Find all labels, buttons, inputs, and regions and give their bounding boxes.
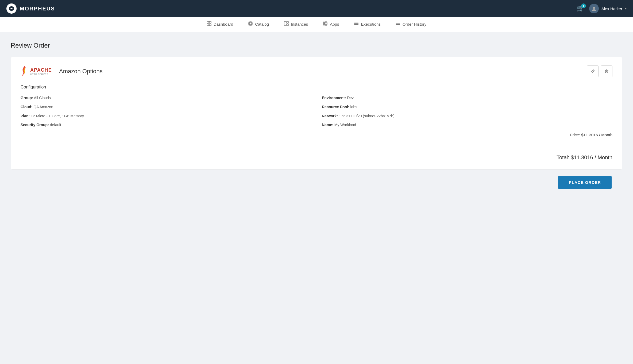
dashboard-icon [207, 21, 211, 27]
item-actions [587, 65, 612, 77]
svg-point-23 [323, 24, 325, 25]
cloud-value: QA Amazon [33, 105, 53, 109]
svg-point-5 [249, 22, 250, 23]
svg-rect-3 [207, 24, 209, 26]
svg-point-25 [326, 24, 327, 25]
group-value: All Clouds [34, 96, 51, 100]
item-header: APACHE HTTP SERVER Amazon Options [21, 65, 612, 77]
svg-point-17 [323, 22, 325, 23]
item-header-left: APACHE HTTP SERVER Amazon Options [21, 65, 103, 77]
apache-subtitle-label: HTTP SERVER [30, 73, 52, 76]
subnav: Dashboard Catalog Instan [0, 17, 633, 32]
nav-dashboard[interactable]: Dashboard [199, 17, 241, 32]
svg-point-22 [326, 23, 327, 24]
svg-rect-2 [209, 21, 211, 23]
svg-point-7 [251, 22, 252, 23]
environment-value: Dev [347, 96, 354, 100]
svg-rect-29 [396, 22, 400, 22]
config-section-title: Configuration [21, 85, 612, 90]
page-title: Review Order [11, 42, 622, 49]
order-total: Total: $11.3016 / Month [557, 154, 612, 160]
svg-rect-30 [396, 23, 400, 24]
order-total-section: Total: $11.3016 / Month [11, 146, 622, 169]
cart-badge: 1 [581, 3, 586, 8]
environment-label: Environment: [322, 96, 346, 100]
svg-rect-15 [287, 21, 288, 23]
config-network: Network: 172.31.0.0/20 (subnet-22ba157b) [322, 113, 612, 119]
logo-icon [6, 3, 17, 14]
cloud-label: Cloud: [21, 105, 32, 109]
svg-rect-4 [209, 24, 211, 26]
main-content: Review Order APACHE HTTP SE [0, 32, 633, 205]
nav-dashboard-label: Dashboard [214, 22, 233, 26]
config-cloud: Cloud: QA Amazon [21, 104, 311, 110]
place-order-button[interactable]: PLACE ORDER [558, 176, 612, 189]
pencil-icon [590, 69, 595, 73]
svg-point-20 [323, 23, 325, 24]
nav-instances-label: Instances [291, 22, 308, 26]
config-name: Name: My Workload [322, 122, 612, 128]
svg-point-24 [325, 24, 326, 25]
item-price: Price: $11.3016 / Month [21, 133, 612, 137]
apache-text: APACHE HTTP SERVER [30, 67, 52, 76]
svg-rect-14 [284, 21, 286, 26]
order-item: APACHE HTTP SERVER Amazon Options [11, 57, 622, 146]
apache-name-label: APACHE [30, 67, 52, 73]
user-name: Alex Harker [601, 6, 622, 11]
svg-rect-31 [396, 24, 400, 25]
apache-logo: APACHE HTTP SERVER [21, 65, 53, 77]
svg-point-10 [251, 23, 252, 24]
nav-apps[interactable]: Apps [315, 17, 346, 32]
svg-rect-1 [207, 21, 209, 23]
chevron-down-icon: ▾ [625, 7, 627, 10]
nav-order-history[interactable]: Order History [388, 17, 434, 32]
config-plan: Plan: T2 Micro - 1 Core, 1GB Memory [21, 113, 311, 119]
apps-icon [323, 21, 328, 27]
nav-instances[interactable]: Instances [276, 17, 315, 32]
topbar: MORPHEUS 🛒 1 Alex Harker ▾ [0, 0, 633, 17]
svg-point-8 [249, 23, 250, 24]
nav-executions[interactable]: Executions [346, 17, 388, 32]
svg-point-12 [250, 24, 251, 25]
app-title: MORPHEUS [20, 6, 55, 12]
resource-pool-value: labs [350, 105, 357, 109]
nav-order-history-label: Order History [403, 22, 426, 26]
edit-button[interactable] [587, 65, 599, 77]
order-card: APACHE HTTP SERVER Amazon Options [11, 57, 622, 169]
user-avatar [589, 4, 599, 13]
name-label: Name: [322, 123, 333, 127]
svg-point-6 [250, 22, 251, 23]
svg-point-19 [326, 22, 327, 23]
footer-actions: PLACE ORDER [11, 169, 622, 195]
nav-catalog-label: Catalog [255, 22, 269, 26]
user-menu-button[interactable]: Alex Harker ▾ [589, 4, 627, 13]
nav-executions-label: Executions [361, 22, 380, 26]
svg-point-13 [251, 24, 252, 25]
network-value: 172.31.0.0/20 (subnet-22ba157b) [339, 114, 395, 118]
topbar-left: MORPHEUS [6, 3, 55, 14]
order-history-icon [396, 21, 400, 27]
svg-point-11 [249, 24, 250, 25]
config-group: Group: All Clouds [21, 95, 311, 101]
catalog-icon [248, 21, 253, 27]
config-grid: Group: All Clouds Environment: Dev Cloud… [21, 95, 612, 128]
config-environment: Environment: Dev [322, 95, 612, 101]
topbar-right: 🛒 1 Alex Harker ▾ [577, 4, 627, 13]
svg-point-21 [325, 23, 326, 24]
security-group-label: Security Group: [21, 123, 49, 127]
plan-value: T2 Micro - 1 Core, 1GB Memory [31, 114, 84, 118]
config-security-group: Security Group: default [21, 122, 311, 128]
svg-rect-27 [354, 23, 358, 24]
svg-point-18 [325, 22, 326, 23]
delete-button[interactable] [601, 65, 612, 77]
apache-flame-icon [21, 65, 29, 77]
trash-icon [605, 69, 608, 73]
security-group-value: default [50, 123, 61, 127]
executions-icon [354, 21, 359, 27]
cart-button[interactable]: 🛒 1 [577, 5, 584, 12]
nav-catalog[interactable]: Catalog [241, 17, 276, 32]
svg-point-0 [593, 7, 595, 9]
svg-rect-28 [354, 24, 358, 25]
svg-rect-16 [287, 24, 288, 26]
plan-label: Plan: [21, 114, 30, 118]
